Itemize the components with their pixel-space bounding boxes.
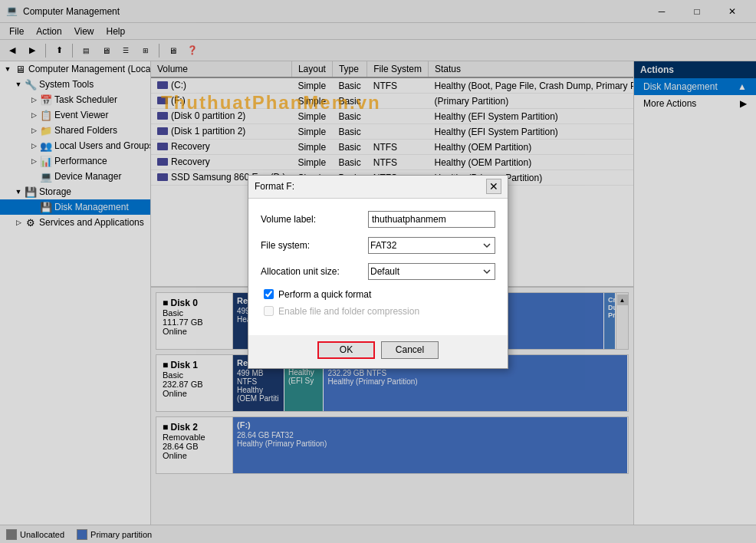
filesystem-select[interactable]: FAT32 NTFS exFAT — [368, 237, 495, 254]
volume-label-input[interactable] — [368, 211, 495, 228]
quick-format-label: Perform a quick format — [278, 289, 371, 300]
compression-checkbox[interactable] — [264, 306, 274, 316]
alloc-row: Allocation unit size: Default 512 1024 2… — [261, 263, 495, 280]
quick-format-checkbox[interactable] — [264, 289, 274, 299]
ok-button[interactable]: OK — [317, 341, 375, 359]
alloc-select[interactable]: Default 512 1024 2048 4096 — [368, 263, 495, 280]
alloc-label-text: Allocation unit size: — [261, 266, 368, 277]
quick-format-row: Perform a quick format — [261, 289, 495, 300]
dialog-overlay: Format F: ✕ Volume label: File system: F… — [0, 0, 756, 543]
filesystem-row: File system: FAT32 NTFS exFAT — [261, 237, 495, 254]
dialog-footer: OK Cancel — [248, 335, 508, 368]
volume-label-row: Volume label: — [261, 211, 495, 228]
format-dialog: Format F: ✕ Volume label: File system: F… — [248, 175, 508, 369]
filesystem-label-text: File system: — [261, 240, 368, 251]
dialog-close-button[interactable]: ✕ — [486, 179, 501, 194]
cancel-button[interactable]: Cancel — [381, 341, 439, 359]
compression-row: Enable file and folder compression — [261, 306, 495, 317]
compression-label: Enable file and folder compression — [278, 306, 419, 317]
dialog-body: Volume label: File system: FAT32 NTFS ex… — [248, 199, 508, 335]
dialog-title: Format F: — [255, 181, 486, 192]
dialog-title-bar: Format F: ✕ — [248, 176, 508, 199]
volume-label-text: Volume label: — [261, 214, 368, 225]
